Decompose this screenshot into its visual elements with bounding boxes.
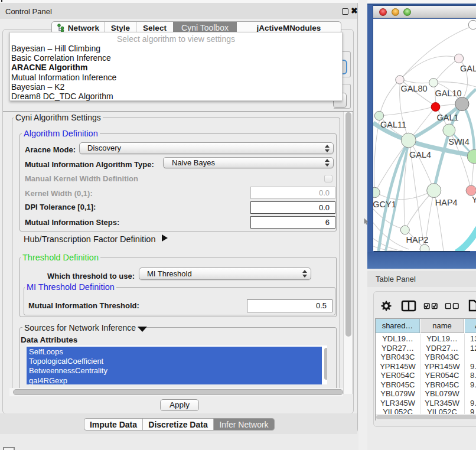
svg-text:GAL1: GAL1 bbox=[436, 113, 458, 122]
svg-text:HAP4: HAP4 bbox=[435, 198, 458, 207]
svg-text:GCY1: GCY1 bbox=[373, 200, 396, 209]
svg-text:GAL: GAL bbox=[460, 64, 476, 73]
svg-text:GAL4: GAL4 bbox=[409, 150, 431, 159]
svg-text:GAL11: GAL11 bbox=[380, 120, 406, 129]
svg-text:GAL10: GAL10 bbox=[435, 89, 461, 98]
svg-text:GAL80: GAL80 bbox=[400, 84, 427, 93]
svg-text:Y: Y bbox=[472, 195, 476, 204]
svg-text:SWI4: SWI4 bbox=[448, 137, 469, 146]
svg-text:HAP2: HAP2 bbox=[406, 235, 429, 244]
